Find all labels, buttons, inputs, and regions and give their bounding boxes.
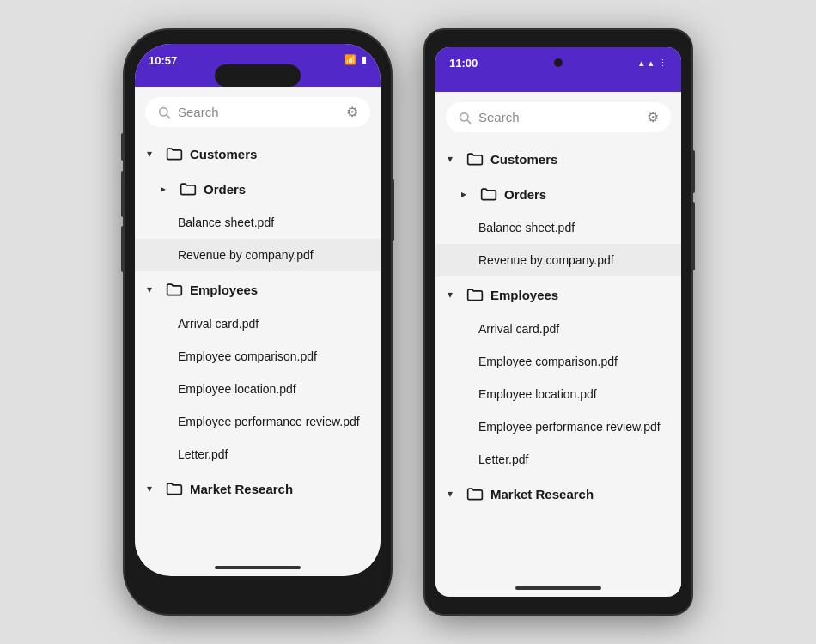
android-folder-market-research-icon: [466, 486, 484, 501]
android-folder-employees-icon: [466, 287, 484, 302]
android-chevron-down-icon: ▾: [448, 153, 460, 165]
android-screen: 11:00 ▴ ▴ ⋮ Search ⚙: [435, 47, 681, 597]
folder-market-research[interactable]: ▾ Market Research: [135, 471, 381, 507]
android-app-header: [435, 78, 681, 92]
file-employee-performance-label: Employee performance review.pdf: [178, 415, 360, 428]
battery-icon: ▮: [362, 54, 367, 65]
android-file-employee-comparison-label: Employee comparison.pdf: [478, 355, 618, 368]
iphone-silent-switch: [121, 133, 125, 161]
filter-icon[interactable]: ⚙: [346, 104, 358, 120]
dynamic-island: [215, 64, 301, 87]
iphone-status-icons: 📶 ▮: [344, 54, 367, 65]
android-search-bar[interactable]: Search ⚙: [446, 102, 671, 132]
android-camera: [554, 58, 563, 67]
android-filter-icon[interactable]: ⚙: [647, 109, 659, 125]
android-search-placeholder: Search: [478, 110, 640, 125]
android-home-indicator: [515, 586, 601, 590]
android-menu-icon: ⋮: [658, 58, 667, 69]
iphone-statusbar: 10:57 📶 ▮: [135, 44, 381, 87]
chevron-down-icon-2: ▾: [147, 283, 159, 295]
android-device: 11:00 ▴ ▴ ⋮ Search ⚙: [425, 30, 691, 614]
android-folder-orders-icon: [480, 186, 497, 202]
folder-customers-label: Customers: [190, 147, 257, 161]
file-balance-sheet[interactable]: Balance sheet.pdf: [135, 206, 381, 239]
android-file-revenue-by-company[interactable]: Revenue by company.pdf: [435, 244, 681, 276]
chevron-right-icon: ▸: [161, 183, 173, 195]
android-chevron-right-icon: ▸: [461, 188, 473, 200]
file-arrival-card-label: Arrival card.pdf: [178, 317, 259, 331]
folder-employees[interactable]: ▾ Employees: [135, 271, 381, 307]
android-volume-buttons: [691, 202, 695, 270]
android-folder-orders[interactable]: ▸ Orders: [435, 177, 681, 211]
android-folder-employees[interactable]: ▾ Employees: [435, 276, 681, 313]
android-chevron-down-icon-3: ▾: [448, 488, 460, 500]
file-employee-performance[interactable]: Employee performance review.pdf: [135, 405, 381, 438]
android-folder-customers-label: Customers: [490, 152, 557, 167]
android-file-revenue-label: Revenue by company.pdf: [478, 253, 614, 267]
file-revenue-by-company[interactable]: Revenue by company.pdf: [135, 239, 381, 271]
android-file-letter-label: Letter.pdf: [478, 453, 528, 466]
iphone-file-list: ▾ Customers ▸ Orders Balance sheet.pdf: [135, 136, 381, 566]
android-folder-customers[interactable]: ▾ Customers: [435, 141, 681, 177]
folder-employees-icon: [166, 282, 183, 297]
android-statusbar: 11:00 ▴ ▴ ⋮: [435, 47, 681, 78]
android-search-icon: [458, 111, 472, 125]
iphone-screen: 10:57 📶 ▮ Search ⚙ ▾: [135, 44, 381, 576]
android-folder-employees-label: Employees: [490, 288, 558, 302]
file-employee-comparison[interactable]: Employee comparison.pdf: [135, 340, 381, 373]
chevron-down-icon-3: ▾: [147, 483, 159, 495]
android-file-arrival-card-label: Arrival card.pdf: [478, 322, 559, 336]
android-wifi-icon: ▴: [639, 58, 644, 69]
iphone-search-container: Search ⚙: [135, 87, 381, 136]
file-employee-comparison-label: Employee comparison.pdf: [178, 349, 317, 363]
file-revenue-label: Revenue by company.pdf: [178, 248, 314, 262]
chevron-down-icon: ▾: [147, 148, 159, 160]
android-file-employee-location[interactable]: Employee location.pdf: [435, 378, 681, 410]
iphone-time: 10:57: [149, 54, 177, 67]
folder-market-research-label: Market Research: [190, 482, 293, 496]
file-letter-label: Letter.pdf: [178, 447, 228, 461]
wifi-icon: 📶: [344, 54, 356, 65]
android-power-button: [691, 150, 695, 193]
home-indicator: [215, 566, 301, 569]
folder-market-research-icon: [166, 481, 183, 496]
android-file-list: ▾ Customers ▸ Orders Balance sheet.pdf: [435, 141, 681, 586]
android-folder-orders-label: Orders: [504, 187, 546, 202]
android-file-employee-location-label: Employee location.pdf: [478, 387, 597, 401]
android-file-balance-sheet[interactable]: Balance sheet.pdf: [435, 211, 681, 244]
iphone-device: 10:57 📶 ▮ Search ⚙ ▾: [125, 30, 391, 614]
svg-line-3: [467, 120, 471, 124]
android-file-letter[interactable]: Letter.pdf: [435, 443, 681, 476]
iphone-volume-up: [121, 171, 125, 217]
search-placeholder: Search: [178, 105, 339, 119]
android-file-arrival-card[interactable]: Arrival card.pdf: [435, 313, 681, 345]
folder-icon: [166, 146, 183, 161]
folder-orders-label: Orders: [204, 182, 246, 197]
file-balance-sheet-label: Balance sheet.pdf: [178, 216, 274, 229]
android-time: 11:00: [449, 57, 478, 70]
svg-line-1: [167, 115, 170, 118]
android-file-employee-comparison[interactable]: Employee comparison.pdf: [435, 345, 681, 378]
android-signal-icon: ▴: [649, 58, 654, 69]
android-chevron-down-icon-2: ▾: [448, 289, 460, 301]
android-folder-market-research[interactable]: ▾ Market Research: [435, 476, 681, 512]
android-status-icons: ▴ ▴ ⋮: [639, 58, 667, 69]
iphone-power-button: [391, 179, 394, 241]
android-folder-customers-icon: [466, 151, 484, 167]
android-file-employee-performance-label: Employee performance review.pdf: [478, 420, 661, 434]
iphone-volume-down: [121, 226, 125, 272]
folder-orders[interactable]: ▸ Orders: [135, 172, 381, 206]
file-employee-location-label: Employee location.pdf: [178, 382, 296, 396]
file-employee-location[interactable]: Employee location.pdf: [135, 373, 381, 405]
folder-employees-label: Employees: [190, 283, 258, 297]
folder-customers[interactable]: ▾ Customers: [135, 136, 381, 172]
android-file-employee-performance[interactable]: Employee performance review.pdf: [435, 410, 681, 443]
search-icon: [157, 106, 171, 119]
android-folder-market-research-label: Market Research: [490, 487, 594, 501]
android-file-balance-sheet-label: Balance sheet.pdf: [478, 221, 575, 234]
file-arrival-card[interactable]: Arrival card.pdf: [135, 307, 381, 340]
android-search-container: Search ⚙: [435, 92, 681, 141]
file-letter[interactable]: Letter.pdf: [135, 438, 381, 471]
iphone-search-bar[interactable]: Search ⚙: [145, 97, 370, 127]
folder-orders-icon: [180, 181, 197, 197]
